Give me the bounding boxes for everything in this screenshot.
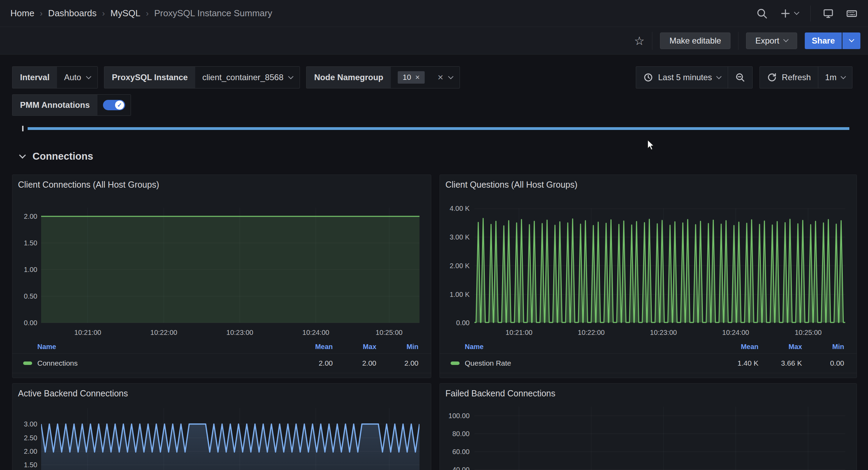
interval-select[interactable]: Auto — [57, 67, 97, 88]
legend-max-value: 3.66 K — [758, 359, 802, 367]
y-tick: 2.00 — [12, 212, 37, 220]
panel-legend: Name Mean Max Min Connections 2.00 2.00 … — [12, 340, 431, 373]
clear-selection-icon[interactable]: × — [438, 73, 443, 82]
keyboard-icon[interactable] — [846, 8, 858, 19]
breadcrumb-separator: › — [146, 9, 149, 18]
chevron-down-icon — [288, 74, 294, 79]
y-tick: 1.00 — [12, 265, 37, 274]
x-tick: 10:22:00 — [140, 329, 188, 337]
refresh-label: Refresh — [782, 73, 811, 82]
breadcrumb: Home › Dashboards › MySQL › ProxySQL Ins… — [10, 0, 272, 27]
chart-client-questions[interactable] — [474, 208, 845, 324]
divider — [652, 32, 652, 50]
legend-header-max[interactable]: Max — [333, 343, 376, 351]
x-tick: 10:24:00 — [711, 329, 760, 337]
dashboard-toolbar: ☆ Make editable Export Share — [0, 27, 868, 55]
search-icon[interactable] — [756, 8, 768, 19]
x-tick: 10:21:00 — [64, 329, 112, 337]
make-editable-label: Make editable — [669, 36, 721, 46]
breadcrumb-separator: › — [40, 9, 43, 18]
chart-failed-backend-connections[interactable] — [474, 407, 845, 470]
pmm-annotations-toggle[interactable]: ✓ — [103, 100, 125, 110]
add-menu[interactable] — [780, 8, 799, 19]
time-range-picker[interactable]: Last 5 minutes — [636, 67, 728, 88]
legend-min-value: 2.00 — [376, 359, 418, 367]
legend-min-value: 0.00 — [802, 359, 844, 367]
breadcrumb-home[interactable]: Home — [10, 8, 34, 19]
breadcrumb-dashboards[interactable]: Dashboards — [48, 8, 96, 19]
y-tick: 40.00 — [440, 466, 470, 470]
x-tick: 10:23:00 — [639, 329, 688, 337]
y-tick: 100.00 — [440, 412, 470, 420]
y-tick: 0.00 — [440, 319, 470, 327]
legend-header-max[interactable]: Max — [758, 343, 802, 351]
chart-active-backend-connections[interactable] — [41, 408, 419, 470]
chevron-down-icon — [448, 74, 454, 79]
refresh-group: Refresh 1m — [760, 66, 852, 88]
legend-header-mean[interactable]: Mean — [288, 343, 333, 351]
legend-header-min[interactable]: Min — [376, 343, 418, 351]
x-tick: 10:21:00 — [495, 329, 543, 337]
legend-row: Connections 2.00 2.00 2.00 — [12, 353, 431, 373]
proxysql-instance-value: client_container_8568 — [202, 73, 283, 82]
selected-tag-value: 10 — [403, 73, 411, 82]
panel-title[interactable]: Failed Backend Connections — [445, 388, 555, 398]
panel-client-connections: Client Connections (All Host Groups) 2.0… — [12, 175, 431, 378]
legend-row: Question Rate 1.40 K 3.66 K 0.00 — [440, 353, 857, 373]
y-tick: 2.50 — [12, 434, 37, 442]
refresh-interval-value: 1m — [825, 73, 837, 82]
monitor-icon[interactable] — [822, 8, 834, 19]
legend-series-name[interactable]: Question Rate — [465, 359, 714, 367]
plus-icon[interactable] — [780, 8, 791, 19]
refresh-button[interactable]: Refresh — [760, 67, 818, 88]
selected-tag-chip: 10 × — [398, 71, 424, 84]
share-button[interactable]: Share — [805, 32, 842, 49]
annotation-marker — [22, 126, 23, 131]
make-editable-button[interactable]: Make editable — [660, 32, 730, 49]
clock-icon — [643, 72, 653, 83]
legend-header-min[interactable]: Min — [802, 343, 844, 351]
refresh-interval-select[interactable]: 1m — [818, 67, 852, 88]
chevron-down-icon — [841, 74, 846, 79]
panel-title[interactable]: Client Questions (All Host Groups) — [445, 180, 577, 190]
section-title: Connections — [32, 151, 93, 162]
panel-title[interactable]: Client Connections (All Host Groups) — [18, 180, 159, 190]
export-button[interactable]: Export — [746, 32, 797, 49]
panel-client-questions: Client Questions (All Host Groups) 4.00 … — [440, 175, 857, 378]
section-row-connections[interactable]: Connections — [0, 149, 93, 164]
series-color-pill — [451, 361, 460, 365]
y-tick: 60.00 — [440, 448, 470, 456]
legend-header-name[interactable]: Name — [37, 343, 288, 351]
y-tick: 1.50 — [12, 461, 37, 469]
proxysql-instance-label: ProxySQL Instance — [104, 67, 196, 88]
breadcrumb-separator: › — [102, 9, 105, 18]
divider — [810, 6, 811, 21]
annotation-timeline-line — [28, 127, 849, 130]
pmm-annotations-control: PMM Annotations ✓ — [12, 94, 131, 116]
legend-header-mean[interactable]: Mean — [714, 343, 758, 351]
pmm-annotations-toggle-area: ✓ — [97, 95, 131, 115]
share-menu-button[interactable] — [842, 32, 860, 49]
legend-header-name[interactable]: Name — [465, 343, 714, 351]
proxysql-instance-variable: ProxySQL Instance client_container_8568 — [104, 66, 300, 88]
refresh-icon — [767, 72, 777, 83]
legend-series-name[interactable]: Connections — [37, 359, 288, 367]
breadcrumb-mysql[interactable]: MySQL — [111, 8, 141, 19]
y-tick: 4.00 K — [440, 204, 470, 213]
time-range-label: Last 5 minutes — [658, 73, 712, 82]
top-nav-icons — [756, 0, 858, 27]
chart-client-connections[interactable] — [41, 208, 419, 325]
y-tick: 1.50 — [12, 239, 37, 247]
panel-title[interactable]: Active Backend Connections — [18, 388, 128, 398]
mouse-cursor — [647, 140, 655, 151]
star-favorite-icon[interactable]: ☆ — [634, 35, 644, 47]
interval-value: Auto — [64, 73, 81, 82]
y-tick: 0.00 — [12, 319, 37, 327]
node-namegroup-select[interactable]: 10 × × — [391, 67, 460, 88]
chevron-down-icon — [86, 74, 91, 79]
node-namegroup-variable: Node Namegroup 10 × × — [306, 66, 460, 88]
y-tick: 1.00 K — [440, 290, 470, 299]
remove-tag-icon[interactable]: × — [415, 73, 420, 82]
zoom-out-time-button[interactable] — [728, 67, 752, 88]
proxysql-instance-select[interactable]: client_container_8568 — [195, 67, 300, 88]
